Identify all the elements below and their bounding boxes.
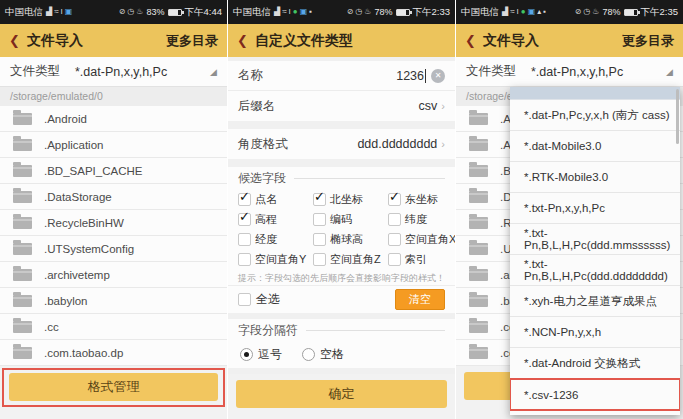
confirm-button[interactable]: 确定 — [236, 380, 447, 408]
folder-row[interactable]: .RecycleBinHW — [0, 210, 227, 236]
section-header: 候选字段 — [228, 167, 455, 189]
folder-row[interactable]: .UTSystemConfig — [0, 236, 227, 262]
wifi-icon: ≈ — [54, 8, 58, 16]
checkbox-field[interactable]: 纬度 — [388, 209, 455, 229]
checkbox-label: 点名 — [255, 192, 277, 207]
folder-name: .BD_SAPI_CACHE — [44, 165, 142, 177]
folder-row[interactable]: .cc — [0, 314, 227, 340]
page-title: 文件导入 — [27, 32, 83, 50]
checkbox-field[interactable]: 点名 — [238, 189, 313, 209]
dropdown-item[interactable]: *.dat-Mobile3.0 — [510, 131, 680, 162]
separator-radio-option[interactable]: 逗号 — [240, 346, 282, 363]
checkbox-field[interactable]: 经度 — [238, 229, 313, 249]
dropdown-item[interactable]: *.txt-Pn,x,y,h,Pc — [510, 193, 680, 224]
dropdown-selected-partial-item[interactable]: *.dat-Pn,x,y,h,Pc — [510, 87, 680, 100]
folder-icon — [469, 269, 488, 281]
current-path: /storage/emulated/0 — [0, 87, 227, 106]
radio-icon — [302, 348, 315, 361]
checkbox-label: 东坐标 — [405, 192, 438, 207]
folder-name: .cc — [44, 321, 59, 333]
folder-row[interactable]: .BD_SAPI_CACHE — [0, 158, 227, 184]
battery-icon — [624, 9, 638, 16]
file-type-row[interactable]: 文件类型 *.dat-Pn,x,y,h,Pc ◢ — [0, 57, 227, 87]
folder-row[interactable]: .babylon — [0, 288, 227, 314]
name-input-value[interactable]: 1236 — [396, 69, 424, 83]
folder-row[interactable]: .Application — [0, 132, 227, 158]
panel-custom-file-type: 中国电信 ▟≈I●▣▪ ⊘◷♨ 78% 下午2:33 ❮ 自定义文件类型 名称 … — [228, 0, 455, 419]
dropdown-item[interactable]: *.csv-1236 — [510, 379, 680, 410]
folder-icon — [13, 321, 32, 333]
folder-row[interactable]: .archivetemp — [0, 262, 227, 288]
clear-fields-button[interactable]: 清空 — [395, 289, 445, 310]
dropdown-item[interactable]: *.RTK-Mobile3.0 — [510, 162, 680, 193]
dropdown-triangle-icon[interactable]: ◢ — [210, 67, 217, 77]
status-right-icons: ⊘◷♨ — [347, 8, 372, 16]
folder-name: .DataStorage — [44, 191, 112, 203]
folder-icon — [469, 243, 488, 255]
dropdown-item[interactable]: *.xyh-电力之星道亨成果点 — [510, 286, 680, 317]
select-all-checkbox[interactable] — [238, 293, 251, 306]
status-left-icons: ▟≈I●▣▪ — [274, 8, 312, 16]
do-not-disturb-icon: ⊘ — [347, 8, 354, 16]
name-field-row[interactable]: 名称 1236 ✕ — [228, 61, 455, 91]
upload-icon: ▴ — [537, 8, 541, 16]
folder-icon — [13, 295, 32, 307]
checkbox-icon — [313, 213, 326, 226]
checkbox-field[interactable]: 东坐标 — [388, 189, 455, 209]
angle-format-row[interactable]: 角度格式 ddd.dddddddd › — [228, 129, 455, 159]
checkbox-field[interactable]: 编码 — [313, 209, 388, 229]
bottom-button-area: 确定 — [228, 374, 455, 419]
status-time: 下午2:33 — [413, 6, 451, 19]
checkbox-field[interactable]: 椭球高 — [313, 229, 388, 249]
folder-row[interactable]: .DataStorage — [0, 184, 227, 210]
folder-icon — [13, 243, 32, 255]
more-directories-button[interactable]: 更多目录 — [166, 32, 218, 50]
format-manage-button[interactable]: 格式管理 — [9, 373, 218, 401]
do-not-disturb-icon: ⊘ — [119, 8, 126, 16]
status-right-group: ⊘◷♨ 78% 下午2:35 — [575, 6, 678, 19]
checkbox-field[interactable]: 北坐标 — [313, 189, 388, 209]
back-chevron-icon[interactable]: ❮ — [237, 33, 248, 48]
vibrate-icon: ♨ — [592, 8, 599, 16]
status-right-icons: ⊘◷♨ — [119, 8, 144, 16]
checkbox-field[interactable]: 空间直角Y — [238, 249, 313, 269]
select-all-label: 全选 — [256, 291, 280, 308]
folder-row[interactable]: .com.taobao.dp — [0, 340, 227, 366]
candidate-fields-title: 候选字段 — [238, 170, 286, 187]
file-type-value: *.dat-Pn,x,y,h,Pc — [531, 65, 623, 79]
separator-radio-option[interactable]: 空格 — [302, 346, 344, 363]
carrier-label: 中国电信 — [461, 6, 499, 19]
checkbox-field[interactable]: 空间直角Z — [313, 249, 388, 269]
clear-input-icon[interactable]: ✕ — [431, 69, 445, 83]
wifi-icon: ≈ — [510, 8, 514, 16]
checkbox-field[interactable]: 高程 — [238, 209, 313, 229]
alarm-icon: ◷ — [355, 8, 362, 16]
carrier-label: 中国电信 — [5, 6, 43, 19]
dropdown-item[interactable]: *.txt-Pn,B,L,H,Pc(ddd.mmssssss) — [510, 224, 680, 255]
separator-section: 字段分隔符 逗号空格 — [228, 319, 455, 368]
back-chevron-icon[interactable]: ❮ — [9, 33, 20, 48]
dropdown-item[interactable]: *.dat-Pn,Pc,y,x,h (南方 cass) — [510, 100, 680, 131]
dropdown-item[interactable]: *.txt-Pn,B,L,H,Pc(ddd.dddddddd) — [510, 255, 680, 286]
folder-row[interactable]: .Android — [0, 106, 227, 132]
folder-icon — [13, 165, 32, 177]
back-chevron-icon[interactable]: ❮ — [465, 33, 476, 48]
section-divider-line — [294, 178, 445, 179]
file-type-row[interactable]: 文件类型 *.dat-Pn,x,y,h,Pc ◢ — [456, 57, 683, 87]
checkbox-label: 椭球高 — [330, 232, 363, 247]
vibrate-icon: ♨ — [364, 8, 371, 16]
status-bar: 中国电信 ▟≈I▣ ⊘◷♨ 83% 下午4:44 — [0, 0, 227, 24]
screenshot-triptych: 中国电信 ▟≈I▣ ⊘◷♨ 83% 下午4:44 ❮ 文件导入 更多目录 文件类… — [0, 0, 683, 419]
app-notification-icon: ▣ — [65, 8, 73, 16]
folder-icon — [469, 165, 488, 177]
sim-icon: I — [289, 8, 291, 16]
alarm-icon: ◷ — [127, 8, 134, 16]
suffix-field-row[interactable]: 后缀名 csv › — [228, 91, 455, 121]
dropdown-triangle-icon[interactable]: ◢ — [666, 67, 673, 77]
status-left-icons: ▟≈I▣ — [46, 8, 72, 16]
checkbox-field[interactable]: 索引 — [388, 249, 455, 269]
dropdown-item[interactable]: *.dat-Android 交换格式 — [510, 348, 680, 379]
more-directories-button[interactable]: 更多目录 — [622, 32, 674, 50]
dropdown-item[interactable]: *.NCN-Pn,y,x,h — [510, 317, 680, 348]
checkbox-field[interactable]: 空间直角X — [388, 229, 455, 249]
